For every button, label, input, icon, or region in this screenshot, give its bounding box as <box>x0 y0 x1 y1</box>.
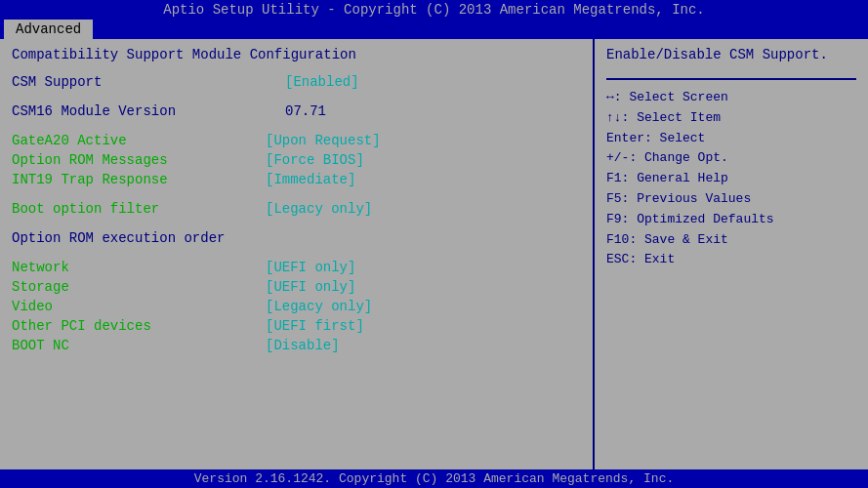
title-bar: Aptio Setup Utility - Copyright (C) 2013… <box>0 0 868 20</box>
value-csm16-version: 07.71 <box>285 103 326 119</box>
tab-row: Advanced <box>0 20 868 39</box>
label-storage: Storage <box>12 279 266 295</box>
value-video: [Legacy only] <box>266 299 372 314</box>
key-f9: F9: Optimized Defaults <box>606 210 856 230</box>
label-option-rom-order: Option ROM execution order <box>12 230 266 246</box>
row-csm16-version: CSM16 Module Version 07.71 <box>12 103 581 119</box>
value-int19: [Immediate] <box>266 172 355 187</box>
row-video: Video [Legacy only] <box>12 299 581 314</box>
key-f1: F1: General Help <box>606 169 856 189</box>
label-gatea20: GateA20 Active <box>12 133 266 148</box>
label-csm16-version: CSM16 Module Version <box>12 103 266 119</box>
key-f5: F5: Previous Values <box>606 189 856 210</box>
value-boot-option-filter: [Legacy only] <box>266 201 372 217</box>
key-help: ↔: Select Screen ↑↓: Select Item Enter: … <box>606 88 856 270</box>
tab-advanced[interactable]: Advanced <box>4 20 93 39</box>
label-csm-support: CSM Support <box>12 74 266 90</box>
row-option-rom-order: Option ROM execution order <box>12 230 581 246</box>
label-video: Video <box>12 299 266 314</box>
value-csm-support: [Enabled] <box>285 74 359 90</box>
key-select-screen: ↔: Select Screen <box>606 88 856 108</box>
title-text: Aptio Setup Utility - Copyright (C) 2013… <box>163 2 705 18</box>
key-f10: F10: Save & Exit <box>606 230 856 251</box>
value-other-pci: [UEFI first] <box>266 318 364 334</box>
row-storage: Storage [UEFI only] <box>12 279 581 295</box>
section-title: Compatibility Support Module Configurati… <box>12 47 581 62</box>
value-gatea20: [Upon Request] <box>266 133 381 148</box>
value-boot-nc: [Disable] <box>266 338 340 353</box>
row-network: Network [UEFI only] <box>12 260 581 275</box>
label-boot-option-filter: Boot option filter <box>12 201 266 217</box>
label-network: Network <box>12 260 266 275</box>
row-option-rom-msg: Option ROM Messages [Force BIOS] <box>12 152 581 168</box>
label-option-rom-msg: Option ROM Messages <box>12 152 266 168</box>
value-option-rom-msg: [Force BIOS] <box>266 152 364 168</box>
right-panel: Enable/Disable CSM Support. ↔: Select Sc… <box>595 39 868 469</box>
app: Aptio Setup Utility - Copyright (C) 2013… <box>0 0 868 488</box>
status-text: Version 2.16.1242. Copyright (C) 2013 Am… <box>194 471 674 486</box>
row-other-pci: Other PCI devices [UEFI first] <box>12 318 581 334</box>
key-change-opt: +/-: Change Opt. <box>606 148 856 169</box>
value-storage: [UEFI only] <box>266 279 355 295</box>
row-boot-nc: BOOT NC [Disable] <box>12 338 581 353</box>
label-other-pci: Other PCI devices <box>12 318 266 334</box>
row-int19: INT19 Trap Response [Immediate] <box>12 172 581 187</box>
row-boot-option-filter: Boot option filter [Legacy only] <box>12 201 581 217</box>
status-bar: Version 2.16.1242. Copyright (C) 2013 Am… <box>0 469 868 488</box>
divider <box>606 78 856 80</box>
row-csm-support: CSM Support [Enabled] <box>12 74 581 90</box>
key-esc: ESC: Exit <box>606 250 856 270</box>
main-content: Compatibility Support Module Configurati… <box>0 39 868 469</box>
key-enter: Enter: Select <box>606 129 856 149</box>
row-gatea20: GateA20 Active [Upon Request] <box>12 133 581 148</box>
label-boot-nc: BOOT NC <box>12 338 266 353</box>
label-int19: INT19 Trap Response <box>12 172 266 187</box>
key-select-item: ↑↓: Select Item <box>606 108 856 129</box>
left-panel: Compatibility Support Module Configurati… <box>0 39 595 469</box>
help-text: Enable/Disable CSM Support. <box>606 47 856 62</box>
value-network: [UEFI only] <box>266 260 355 275</box>
